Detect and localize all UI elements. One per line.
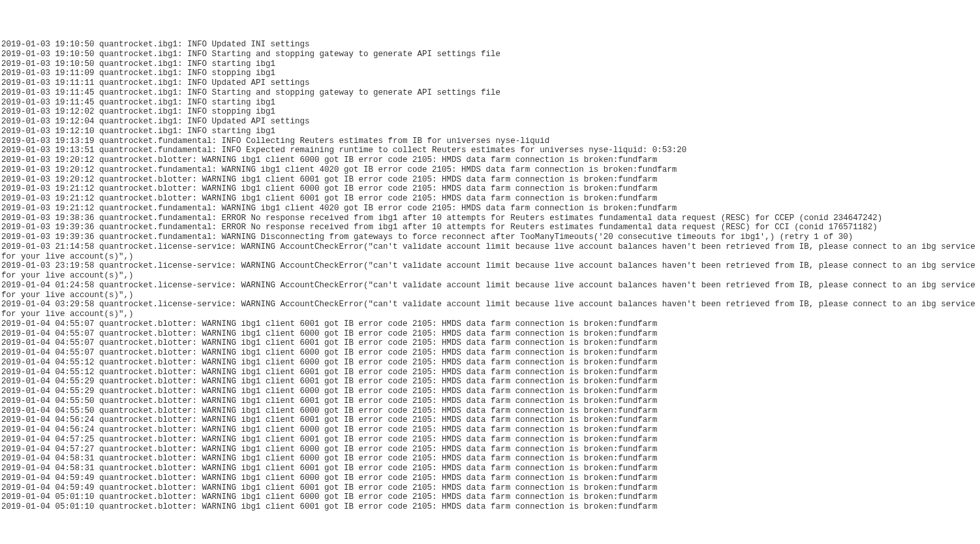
log-line: 2019-01-03 21:14:58 quantrocket.license-… <box>1 242 979 262</box>
log-line: 2019-01-04 04:55:07 quantrocket.blotter:… <box>1 329 979 339</box>
log-line: 2019-01-04 04:58:31 quantrocket.blotter:… <box>1 454 979 464</box>
log-line: 2019-01-04 05:01:10 quantrocket.blotter:… <box>1 492 979 502</box>
log-line: 2019-01-03 19:12:10 quantrocket.ibg1: IN… <box>1 127 979 136</box>
log-line: 2019-01-03 19:13:51 quantrocket.fundamen… <box>1 146 979 155</box>
log-line: 2019-01-03 19:11:11 quantrocket.ibg1: IN… <box>1 78 979 88</box>
log-line: 2019-01-03 19:11:45 quantrocket.ibg1: IN… <box>1 88 979 98</box>
log-line: 2019-01-03 19:10:50 quantrocket.ibg1: IN… <box>1 40 979 50</box>
log-line: 2019-01-03 19:21:12 quantrocket.blotter:… <box>1 194 979 204</box>
log-line: 2019-01-04 05:01:10 quantrocket.blotter:… <box>1 502 979 512</box>
log-line: 2019-01-04 04:55:07 quantrocket.blotter:… <box>1 338 979 348</box>
log-line: 2019-01-04 03:29:58 quantrocket.license-… <box>1 300 979 319</box>
log-line: 2019-01-03 19:20:12 quantrocket.blotter:… <box>1 175 979 185</box>
log-line: 2019-01-04 04:59:49 quantrocket.blotter:… <box>1 473 979 483</box>
log-line: 2019-01-04 04:55:29 quantrocket.blotter:… <box>1 387 979 396</box>
log-output: 2019-01-03 19:10:50 quantrocket.ibg1: IN… <box>1 40 979 512</box>
log-line: 2019-01-03 19:11:09 quantrocket.ibg1: IN… <box>1 69 979 78</box>
log-line: 2019-01-03 19:10:50 quantrocket.ibg1: IN… <box>1 50 979 59</box>
log-line: 2019-01-04 04:58:31 quantrocket.blotter:… <box>1 464 979 473</box>
log-line: 2019-01-03 19:21:12 quantrocket.blotter:… <box>1 184 979 194</box>
log-line: 2019-01-03 19:39:36 quantrocket.fundamen… <box>1 232 979 242</box>
log-line: 2019-01-03 19:39:36 quantrocket.fundamen… <box>1 223 979 232</box>
log-line: 2019-01-04 04:56:24 quantrocket.blotter:… <box>1 425 979 435</box>
log-line: 2019-01-03 19:21:12 quantrocket.fundamen… <box>1 204 979 214</box>
log-line: 2019-01-04 01:24:58 quantrocket.license-… <box>1 281 979 300</box>
log-line: 2019-01-03 19:38:36 quantrocket.fundamen… <box>1 214 979 223</box>
log-line: 2019-01-04 04:55:29 quantrocket.blotter:… <box>1 377 979 387</box>
log-line: 2019-01-03 19:12:02 quantrocket.ibg1: IN… <box>1 107 979 117</box>
log-line: 2019-01-03 19:20:12 quantrocket.blotter:… <box>1 155 979 165</box>
log-line: 2019-01-04 04:56:24 quantrocket.blotter:… <box>1 415 979 425</box>
log-line: 2019-01-04 04:55:07 quantrocket.blotter:… <box>1 319 979 329</box>
log-line: 2019-01-04 04:59:49 quantrocket.blotter:… <box>1 483 979 493</box>
log-line: 2019-01-03 23:19:58 quantrocket.license-… <box>1 261 979 281</box>
log-line: 2019-01-04 04:55:07 quantrocket.blotter:… <box>1 348 979 358</box>
log-line: 2019-01-04 04:55:12 quantrocket.blotter:… <box>1 358 979 368</box>
log-line: 2019-01-04 04:55:12 quantrocket.blotter:… <box>1 368 979 377</box>
log-line: 2019-01-04 04:55:50 quantrocket.blotter:… <box>1 406 979 416</box>
log-line: 2019-01-03 19:13:19 quantrocket.fundamen… <box>1 136 979 146</box>
log-line: 2019-01-03 19:10:50 quantrocket.ibg1: IN… <box>1 59 979 69</box>
log-line: 2019-01-04 04:55:50 quantrocket.blotter:… <box>1 396 979 406</box>
log-line: 2019-01-03 19:12:04 quantrocket.ibg1: IN… <box>1 117 979 127</box>
log-line: 2019-01-04 04:57:27 quantrocket.blotter:… <box>1 445 979 455</box>
log-line: 2019-01-03 19:11:45 quantrocket.ibg1: IN… <box>1 98 979 108</box>
log-line: 2019-01-04 04:57:25 quantrocket.blotter:… <box>1 435 979 445</box>
log-line: 2019-01-03 19:20:12 quantrocket.fundamen… <box>1 165 979 175</box>
